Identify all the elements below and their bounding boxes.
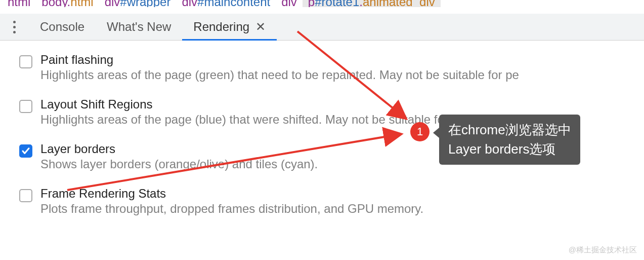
checkbox-paint-flashing[interactable] bbox=[19, 55, 32, 68]
breadcrumb-item[interactable]: body.html bbox=[36, 0, 99, 7]
annotation-tooltip: 在chrome浏览器选中 Layer borders选项 bbox=[439, 115, 580, 165]
breadcrumb-item[interactable]: div#maincontent bbox=[176, 0, 276, 7]
tab-label: Rendering bbox=[193, 20, 249, 34]
tooltip-line: Layer borders选项 bbox=[448, 140, 571, 159]
option-title: Frame Rendering Stats bbox=[40, 187, 644, 201]
watermark: @稀土掘金技术社区 bbox=[569, 245, 637, 255]
badge-number: 1 bbox=[417, 125, 423, 138]
option-frame-stats: Frame Rendering Stats Plots frame throug… bbox=[19, 187, 644, 216]
tab-label: Console bbox=[40, 20, 84, 34]
breadcrumb-item[interactable]: div#wrapper bbox=[99, 0, 177, 7]
option-title: Paint flashing bbox=[40, 53, 644, 67]
breadcrumb-item[interactable]: div bbox=[276, 0, 303, 7]
annotation-badge: 1 bbox=[410, 122, 430, 141]
drawer-tabs: Console What's New Rendering ✕ bbox=[29, 14, 277, 40]
checkbox-layer-borders[interactable] bbox=[19, 144, 32, 158]
breadcrumb-item[interactable]: html bbox=[2, 0, 36, 7]
breadcrumb: htmlbody.htmldiv#wrapperdiv#maincontentd… bbox=[0, 0, 644, 7]
option-paint-flashing: Paint flashing Highlights areas of the p… bbox=[19, 53, 644, 82]
tab-rendering[interactable]: Rendering ✕ bbox=[182, 14, 277, 40]
tab-whatsnew[interactable]: What's New bbox=[96, 14, 182, 40]
tooltip-line: 在chrome浏览器选中 bbox=[448, 121, 571, 140]
drawer-header: Console What's New Rendering ✕ bbox=[0, 14, 644, 41]
tab-console[interactable]: Console bbox=[29, 14, 96, 40]
checkbox-layout-shift[interactable] bbox=[19, 100, 32, 113]
checkbox-frame-stats[interactable] bbox=[19, 189, 32, 202]
option-desc: Plots frame throughput, dropped frames d… bbox=[40, 202, 644, 216]
close-icon[interactable]: ✕ bbox=[255, 21, 266, 33]
breadcrumb-item[interactable]: p#rotate1.animated_div bbox=[303, 0, 441, 7]
option-desc: Highlights areas of the page (green) tha… bbox=[40, 68, 644, 82]
option-title: Layout Shift Regions bbox=[40, 97, 644, 112]
tab-label: What's New bbox=[107, 20, 171, 34]
more-options-icon[interactable] bbox=[5, 21, 29, 33]
